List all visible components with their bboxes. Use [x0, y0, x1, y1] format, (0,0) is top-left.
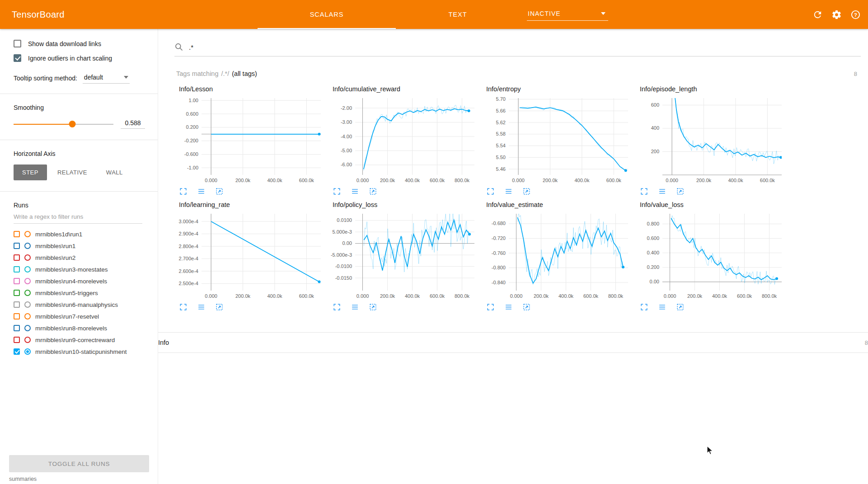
run-radio[interactable] — [24, 254, 31, 261]
runs-filter-input[interactable] — [14, 209, 142, 224]
run-radio[interactable] — [24, 243, 31, 249]
svg-text:600.0k: 600.0k — [430, 293, 445, 299]
chart-plot[interactable]: 0.8000.6000.4000.2000.000.000200.0k400.0… — [635, 211, 785, 301]
ignore-outliers-toggle[interactable]: Ignore outliers in chart scaling — [14, 54, 145, 62]
run-checkbox[interactable] — [14, 254, 20, 261]
run-checkbox[interactable] — [14, 231, 20, 237]
run-radio[interactable] — [24, 278, 31, 284]
run-radio[interactable] — [24, 301, 31, 308]
run-row[interactable]: mrnibbles\run2 — [14, 252, 145, 263]
smoothing-slider[interactable] — [14, 121, 113, 127]
fit-domain-icon[interactable] — [369, 303, 377, 311]
chart-plot[interactable]: 1.000.6000.200-0.200-0.600-1.000.000200.… — [174, 95, 324, 185]
run-radio[interactable] — [24, 348, 31, 355]
run-row[interactable]: mrnibbles\run4-morelevels — [14, 275, 145, 287]
expand-chart-icon[interactable] — [179, 303, 188, 311]
expand-chart-icon[interactable] — [640, 303, 648, 311]
slider-thumb[interactable] — [69, 121, 75, 127]
run-row[interactable]: mrnibbles1d\run1 — [14, 228, 145, 240]
run-row[interactable]: mrnibbles\run10-staticpunishment — [14, 346, 145, 357]
horizontal-lines-icon[interactable] — [351, 303, 359, 311]
run-row[interactable]: mrnibbles\run8-morelevels — [14, 322, 145, 334]
chart-plot[interactable]: 5.705.665.625.585.545.505.460.000200.0k4… — [482, 95, 632, 185]
checkbox-unchecked-icon[interactable] — [14, 40, 21, 47]
sidebar: Show data download links Ignore outliers… — [0, 29, 158, 484]
run-checkbox[interactable] — [14, 337, 20, 343]
run-row[interactable]: mrnibbles\run5-triggers — [14, 287, 145, 299]
checkbox-checked-icon[interactable] — [14, 54, 21, 62]
fit-domain-icon[interactable] — [369, 187, 377, 196]
run-checkbox[interactable] — [14, 313, 20, 320]
tooltip-sorting-label: Tooltip sorting method: — [14, 75, 77, 82]
horizontal-lines-icon[interactable] — [351, 187, 359, 196]
svg-text:-0.720: -0.720 — [492, 235, 506, 241]
run-radio[interactable] — [24, 325, 31, 331]
expand-chart-icon[interactable] — [486, 303, 495, 311]
toggle-all-runs-button[interactable]: TOGGLE ALL RUNS — [9, 455, 149, 472]
tags-section-header[interactable]: Tags matching /.*/ (all tags) 8 — [158, 70, 868, 77]
run-radio[interactable] — [24, 231, 31, 237]
run-radio[interactable] — [24, 266, 31, 273]
svg-text:600.0k: 600.0k — [606, 178, 622, 183]
fit-domain-icon[interactable] — [676, 187, 685, 196]
tooltip-sorting-select[interactable]: default — [83, 73, 130, 84]
svg-text:0.800: 0.800 — [647, 221, 659, 226]
run-row[interactable]: mrnibbles\run3-morestates — [14, 263, 145, 275]
horizontal-lines-icon[interactable] — [658, 303, 666, 311]
run-checkbox[interactable] — [14, 301, 20, 308]
expand-chart-icon[interactable] — [179, 187, 188, 196]
tag-filter-input[interactable] — [189, 43, 861, 51]
fit-domain-icon[interactable] — [676, 303, 685, 311]
chart-plot[interactable]: -2.00-3.00-4.00-5.00-6.000.000200.0k400.… — [328, 95, 478, 185]
expand-chart-icon[interactable] — [333, 303, 341, 311]
run-checkbox[interactable] — [14, 348, 20, 355]
horizontal-lines-icon[interactable] — [197, 303, 206, 311]
chart-plot[interactable]: -0.680-0.720-0.760-0.800-0.8400.000200.0… — [482, 211, 632, 301]
horizontal-lines-icon[interactable] — [504, 187, 513, 196]
run-checkbox[interactable] — [14, 266, 20, 273]
expand-chart-icon[interactable] — [640, 187, 648, 196]
run-checkbox[interactable] — [14, 278, 20, 284]
horizontal-lines-icon[interactable] — [658, 187, 666, 196]
fit-domain-icon[interactable] — [522, 187, 531, 196]
expand-chart-icon[interactable] — [486, 187, 495, 196]
chart-plot[interactable]: 3.000e-42.900e-42.800e-42.700e-42.600e-4… — [174, 211, 324, 301]
slider-track[interactable] — [14, 124, 113, 125]
chart-title: Info/cumulative_reward — [333, 85, 478, 94]
tab-text[interactable]: TEXT — [431, 0, 485, 29]
run-checkbox[interactable] — [14, 325, 20, 331]
run-radio[interactable] — [24, 313, 31, 320]
horizontal-lines-icon[interactable] — [504, 303, 513, 311]
axis-button-step[interactable]: STEP — [14, 164, 47, 180]
horizontal-lines-icon[interactable] — [197, 187, 206, 196]
info-section-title: Info — [158, 339, 169, 346]
run-radio[interactable] — [24, 337, 31, 343]
run-checkbox[interactable] — [14, 290, 20, 296]
help-icon[interactable]: ? — [850, 9, 861, 20]
fit-domain-icon[interactable] — [215, 187, 224, 196]
smoothing-value[interactable]: 0.588 — [121, 119, 145, 129]
fit-domain-icon[interactable] — [215, 303, 224, 311]
show-download-links-toggle[interactable]: Show data download links — [14, 40, 145, 47]
axis-button-relative[interactable]: RELATIVE — [49, 164, 96, 180]
info-section-header[interactable]: Info 8 — [158, 332, 868, 353]
svg-text:-0.0100: -0.0100 — [335, 263, 352, 269]
run-radio[interactable] — [24, 290, 31, 296]
run-row[interactable]: mrnibbles\run9-correctreward — [14, 334, 145, 346]
tab-scalars[interactable]: SCALARS — [258, 0, 396, 29]
chart-plot[interactable]: 0.01005.000e-30.00-5.000e-3-0.0100-0.015… — [328, 211, 478, 301]
refresh-icon[interactable] — [812, 9, 823, 20]
main-content: Tags matching /.*/ (all tags) 8 Info/Les… — [158, 29, 868, 484]
inactive-plugins-dropdown[interactable]: INACTIVE — [527, 8, 608, 21]
expand-chart-icon[interactable] — [333, 187, 341, 196]
run-row[interactable]: mrnibbles\run7-resetvel — [14, 310, 145, 322]
axis-button-wall[interactable]: WALL — [98, 164, 131, 180]
fit-domain-icon[interactable] — [522, 303, 531, 311]
svg-text:600: 600 — [651, 102, 659, 108]
svg-text:2.800e-4: 2.800e-4 — [179, 244, 198, 249]
settings-icon[interactable] — [831, 9, 842, 20]
run-row[interactable]: mrnibbles\run1 — [14, 240, 145, 252]
run-checkbox[interactable] — [14, 243, 20, 249]
chart-plot[interactable]: 6004002000.000200.0k400.0k600.0k — [635, 95, 785, 185]
run-row[interactable]: mrnibbles\run6-manualphysics — [14, 299, 145, 310]
